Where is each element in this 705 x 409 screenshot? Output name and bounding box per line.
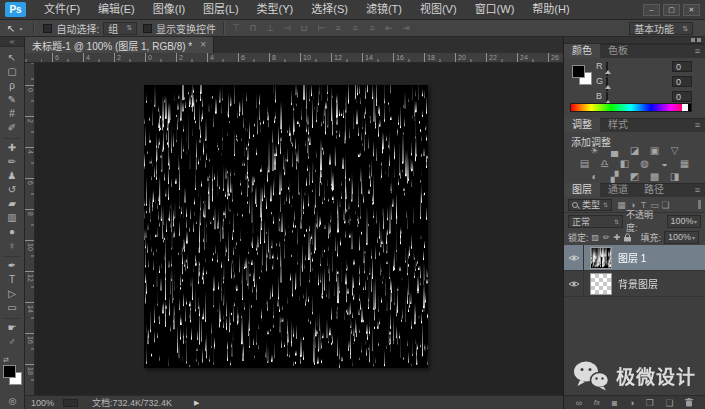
quick-select-tool-icon[interactable]: ✎: [0, 93, 24, 107]
collapse-panels-icon[interactable]: [697, 38, 701, 42]
eraser-tool-icon[interactable]: ▰: [0, 197, 24, 211]
lasso-tool-icon[interactable]: ρ: [0, 79, 24, 93]
workspace-switcher[interactable]: 基本功能 ⇅: [629, 22, 693, 35]
layer-row[interactable]: 图层 1: [564, 245, 705, 271]
tab-channels[interactable]: 通道: [600, 183, 636, 197]
tab-paths[interactable]: 路径: [636, 183, 672, 197]
align-right-icon[interactable]: ⊢: [316, 23, 326, 33]
adj-black-white-icon[interactable]: ◧: [619, 157, 631, 170]
blend-mode-dropdown[interactable]: 正常 ⇅: [568, 215, 623, 228]
minimize-button[interactable]: –: [643, 4, 660, 16]
distribute-left-icon[interactable]: ⇤: [384, 23, 394, 33]
lock-pixels-icon[interactable]: ✏: [603, 233, 610, 242]
menu-item[interactable]: 图像(I): [144, 0, 194, 19]
layer-visibility-cell[interactable]: [564, 245, 584, 270]
toolbar-grip[interactable]: ≪: [0, 37, 24, 47]
link-layers-icon[interactable]: ∞: [576, 398, 582, 408]
distribute-top-icon[interactable]: ≡: [333, 23, 343, 33]
align-hcenter-icon[interactable]: ⊔: [299, 23, 309, 33]
adj-exposure-icon[interactable]: ▣: [649, 144, 661, 157]
dodge-tool-icon[interactable]: ♀: [0, 239, 24, 253]
maximize-button[interactable]: ▢: [663, 4, 680, 16]
align-left-icon[interactable]: ⊣: [282, 23, 292, 33]
foreground-color-swatch[interactable]: [572, 65, 585, 78]
delete-layer-icon[interactable]: [685, 398, 693, 407]
pen-tool-icon[interactable]: ✒: [0, 259, 24, 273]
zoom-level-field[interactable]: 100%: [31, 398, 57, 408]
quick-mask-button[interactable]: ◎: [0, 396, 25, 406]
menu-item[interactable]: 视图(V): [411, 0, 466, 19]
tab-adjustments[interactable]: 调整: [564, 118, 600, 132]
align-vcenter-icon[interactable]: ⊓: [248, 23, 258, 33]
document-tab[interactable]: 未标题-1 @ 100% (图层 1, RGB/8) * ×: [25, 37, 214, 53]
lock-all-icon[interactable]: [624, 233, 631, 242]
green-value-field[interactable]: 0: [672, 76, 692, 87]
add-mask-icon[interactable]: ◙: [612, 398, 617, 408]
blue-value-field[interactable]: 0: [672, 91, 692, 102]
tab-swatches[interactable]: 色板: [600, 44, 636, 58]
layer-name[interactable]: 背景图层: [618, 276, 658, 291]
adj-gradient-map-icon[interactable]: ▩: [649, 170, 661, 183]
menu-item[interactable]: 滤镜(T): [357, 0, 411, 19]
layer-row[interactable]: 背景图层: [564, 271, 705, 297]
adj-brightness-contrast-icon[interactable]: ☀: [589, 144, 601, 157]
adj-channel-mixer-icon[interactable]: ◒: [659, 157, 671, 170]
gradient-tool-icon[interactable]: ▥: [0, 211, 24, 225]
layer-thumbnail[interactable]: [590, 273, 612, 295]
show-transform-checkbox[interactable]: [143, 24, 152, 33]
zoom-tool-icon[interactable]: ♂: [0, 335, 24, 349]
new-layer-icon[interactable]: ❏: [666, 398, 674, 408]
tab-layers[interactable]: 图层: [564, 183, 600, 197]
layer-thumbnail[interactable]: [590, 247, 612, 269]
history-brush-tool-icon[interactable]: ↺: [0, 183, 24, 197]
adj-levels-icon[interactable]: ▄: [609, 144, 621, 157]
lock-transparent-icon[interactable]: ▨: [592, 233, 600, 242]
lock-position-icon[interactable]: ✚: [614, 233, 621, 242]
menu-item[interactable]: 窗口(W): [466, 0, 524, 19]
tab-styles[interactable]: 样式: [600, 118, 636, 132]
spectrum-black-swatch[interactable]: [688, 104, 691, 111]
panel-menu-icon[interactable]: ≡: [695, 183, 705, 197]
clone-stamp-tool-icon[interactable]: ♟: [0, 169, 24, 183]
brush-tool-icon[interactable]: ✏: [0, 155, 24, 169]
auto-select-dropdown[interactable]: 组 ⇅: [103, 22, 137, 35]
distribute-vcenter-icon[interactable]: ≡: [350, 23, 360, 33]
adj-threshold-icon[interactable]: ◩: [629, 170, 641, 183]
adj-color-balance-icon[interactable]: ♎: [599, 157, 611, 170]
adj-vibrance-icon[interactable]: ▽: [669, 144, 681, 157]
adj-curves-icon[interactable]: ◪: [629, 144, 641, 157]
layer-name[interactable]: 图层 1: [618, 250, 646, 265]
menu-item[interactable]: 图层(L): [194, 0, 247, 19]
tool-preset-caret-icon[interactable]: ▾: [19, 25, 22, 32]
menu-item[interactable]: 文件(F): [35, 0, 89, 19]
adj-photo-filter-icon[interactable]: ◍: [639, 157, 651, 170]
color-spectrum-ramp[interactable]: [570, 103, 692, 112]
move-tool-icon[interactable]: ↖: [0, 51, 24, 65]
swap-colors-icon[interactable]: ⇄: [3, 356, 9, 364]
align-top-icon[interactable]: ⊤: [231, 23, 241, 33]
new-group-icon[interactable]: ❐: [646, 398, 654, 408]
crop-tool-icon[interactable]: #: [0, 107, 24, 121]
tab-color[interactable]: 颜色: [564, 44, 600, 58]
blue-slider[interactable]: [606, 93, 668, 99]
layer-visibility-cell[interactable]: [564, 271, 584, 296]
blur-tool-icon[interactable]: ●: [0, 225, 24, 239]
adj-hue-saturation-icon[interactable]: ▤: [579, 157, 591, 170]
path-select-tool-icon[interactable]: ▷: [0, 287, 24, 301]
auto-select-checkbox[interactable]: [43, 24, 52, 33]
panel-menu-icon[interactable]: ≡: [695, 118, 705, 132]
layer-filter-dropdown[interactable]: 类型 ⇅: [568, 199, 612, 211]
close-button[interactable]: ✕: [683, 4, 700, 16]
shape-tool-icon[interactable]: ▭: [0, 301, 24, 315]
add-adjustment-layer-icon[interactable]: ◑: [629, 398, 634, 408]
panel-menu-icon[interactable]: ≡: [695, 44, 705, 58]
align-bottom-icon[interactable]: ⊥: [265, 23, 275, 33]
menu-item[interactable]: 编辑(E): [89, 0, 144, 19]
opacity-field[interactable]: 100% ▾: [667, 215, 701, 228]
hand-tool-icon[interactable]: ☛: [0, 321, 24, 335]
filter-toggle-switch[interactable]: [698, 200, 701, 209]
red-slider[interactable]: [606, 63, 668, 69]
distribute-bottom-icon[interactable]: ≡: [367, 23, 377, 33]
layer-style-icon[interactable]: fx: [594, 398, 600, 407]
adj-selective-color-icon[interactable]: ◨: [669, 170, 681, 183]
